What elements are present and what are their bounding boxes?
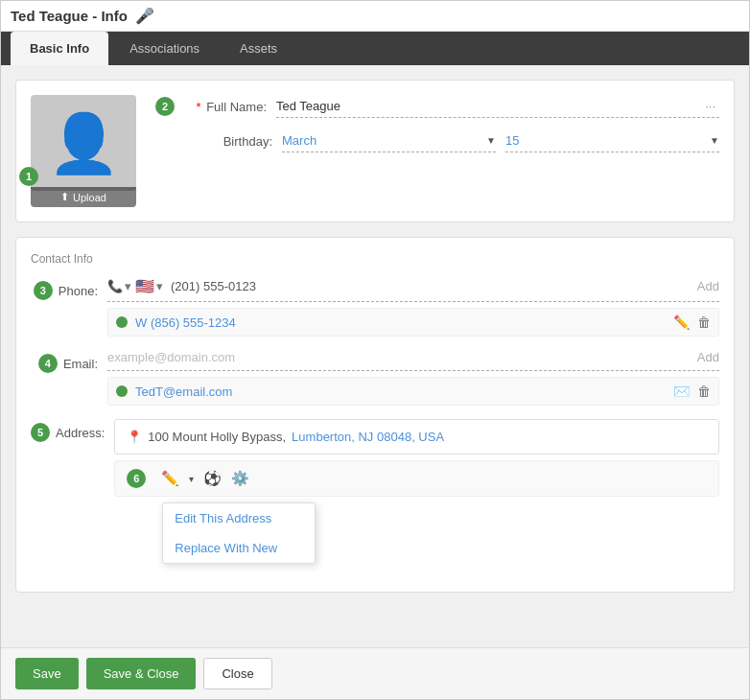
avatar-box: 👤: [31, 95, 136, 191]
upload-button[interactable]: ⬆ Upload: [31, 187, 136, 207]
title-bar: Ted Teague - Info 🎤: [1, 1, 749, 32]
step-4-badge: 4: [38, 354, 58, 373]
address-text-highlight: Lumberton, NJ 08048, USA: [292, 430, 444, 444]
birthday-fields: March ▼ 15 ▼: [282, 129, 719, 152]
tab-basic-info[interactable]: Basic Info: [11, 32, 108, 65]
birthday-day-select[interactable]: 15 ▼: [505, 129, 719, 152]
full-name-menu-button[interactable]: ···: [701, 99, 719, 113]
phone-add-link[interactable]: Add: [690, 279, 719, 293]
step-3-badge: 3: [34, 281, 53, 300]
birthday-label: Birthday:: [186, 134, 282, 149]
full-name-field: Ted Teague ···: [276, 95, 719, 118]
microphone-icon[interactable]: 🎤: [135, 7, 154, 25]
step-1-badge: 1: [19, 167, 38, 186]
page-title: Ted Teague - Info: [11, 8, 128, 24]
birthday-day-arrow-icon: ▼: [710, 135, 719, 146]
address-content: 📍 100 Mount Holly Bypass, Lumberton, NJ …: [114, 419, 719, 564]
save-button[interactable]: Save: [15, 658, 79, 689]
replace-address-item[interactable]: Replace With New: [163, 533, 315, 563]
main-content: 👤 ⬆ Upload 1 2 * Full Name: Ted: [1, 65, 749, 647]
email-content: example@domain.com Add TedT@email.com ✉️…: [107, 350, 719, 406]
address-soccer-icon[interactable]: ⚽: [203, 470, 222, 487]
flag-icon: 🇺🇸: [135, 277, 154, 295]
address-field-row: 5 Address: 📍 100 Mount Holly Bypass, Lum…: [31, 419, 719, 564]
email-placeholder[interactable]: example@domain.com: [107, 350, 690, 364]
phone-handset-icon: 📞: [107, 279, 123, 293]
saved-email-value: TedT@email.com: [135, 385, 666, 399]
footer: Save Save & Close Close: [1, 647, 749, 699]
tab-assets[interactable]: Assets: [221, 32, 296, 65]
birthday-month-select[interactable]: March ▼: [282, 129, 496, 152]
address-actions: 6 ✏️ ▾ ⚽ ⚙️: [114, 460, 719, 497]
phone-country-arrow-icon: ▾: [156, 279, 163, 293]
phone-label: Phone:: [59, 284, 98, 298]
edit-address-item[interactable]: Edit This Address: [163, 503, 315, 533]
upload-icon: ⬆: [60, 191, 69, 203]
contact-title: Contact Info: [31, 252, 719, 266]
email-label: Email:: [63, 357, 98, 371]
phone-content: 📞 ▾ 🇺🇸 ▾ (201) 555-0123 Add W (856) 555-…: [107, 277, 719, 337]
email-input-row: example@domain.com Add: [107, 350, 719, 371]
address-settings-icon[interactable]: ⚙️: [231, 470, 249, 487]
email-delete-icon[interactable]: 🗑: [697, 384, 711, 399]
avatar-person-icon: 👤: [48, 109, 120, 177]
contact-section: Contact Info 3 Phone: 📞 ▾ 🇺🇸: [15, 237, 735, 593]
tabs-bar: Basic Info Associations Assets: [1, 32, 749, 65]
full-name-label: * Full Name:: [180, 100, 276, 114]
pin-icon: 📍: [127, 430, 142, 444]
step-2-badge: 2: [155, 97, 175, 116]
birthday-day-value: 15: [505, 133, 710, 148]
phone-field-row: 3 Phone: 📞 ▾ 🇺🇸 ▾ (201) 555-0123: [31, 277, 719, 337]
address-dropdown-menu: Edit This Address Replace With New: [162, 502, 316, 564]
avatar-container: 👤 ⬆ Upload 1: [31, 95, 136, 207]
phone-number-input[interactable]: (201) 555-0123: [167, 279, 686, 293]
phone-country-selector[interactable]: 🇺🇸 ▾: [135, 277, 163, 295]
birthday-month-arrow-icon: ▼: [486, 135, 496, 146]
step-6-badge: 6: [127, 469, 146, 488]
full-name-row: 2 * Full Name: Ted Teague ···: [155, 95, 719, 118]
phone-input-row: 📞 ▾ 🇺🇸 ▾ (201) 555-0123 Add: [107, 277, 719, 302]
phone-edit-icon[interactable]: ✏️: [673, 315, 690, 330]
profile-section: 👤 ⬆ Upload 1 2 * Full Name: Ted: [15, 80, 735, 222]
phone-type-arrow-icon: ▾: [125, 279, 131, 293]
birthday-row: Birthday: March ▼ 15 ▼: [155, 129, 719, 152]
phone-active-dot: [116, 316, 128, 328]
step-5-badge: 5: [31, 423, 50, 442]
required-star: *: [196, 100, 200, 114]
saved-phone-value: W (856) 555-1234: [135, 315, 666, 330]
email-saved-row: TedT@email.com ✉️ 🗑: [107, 377, 719, 406]
email-add-link[interactable]: Add: [690, 350, 719, 364]
phone-saved-row: W (856) 555-1234 ✏️ 🗑: [107, 308, 719, 337]
phone-delete-icon[interactable]: 🗑: [697, 315, 711, 330]
tab-associations[interactable]: Associations: [110, 32, 219, 65]
email-field-row: 4 Email: example@domain.com Add TedT@ema…: [31, 350, 719, 406]
full-name-value: Ted Teague: [276, 99, 701, 113]
email-envelope-icon[interactable]: ✉️: [673, 384, 690, 399]
address-label: Address:: [56, 426, 105, 440]
address-box: 📍 100 Mount Holly Bypass, Lumberton, NJ …: [114, 419, 719, 455]
app-window: Ted Teague - Info 🎤 Basic Info Associati…: [0, 0, 750, 700]
address-edit-dropdown-icon[interactable]: ▾: [189, 474, 194, 484]
save-close-button[interactable]: Save & Close: [86, 658, 197, 689]
phone-type-selector[interactable]: 📞 ▾: [107, 279, 131, 293]
form-fields: 2 * Full Name: Ted Teague ··· Birthday:: [155, 95, 719, 164]
email-active-dot: [116, 385, 128, 397]
close-button[interactable]: Close: [203, 658, 271, 689]
address-text-prefix: 100 Mount Holly Bypass,: [148, 430, 286, 444]
address-edit-button[interactable]: ✏️: [161, 470, 179, 487]
birthday-month-value: March: [282, 133, 486, 148]
